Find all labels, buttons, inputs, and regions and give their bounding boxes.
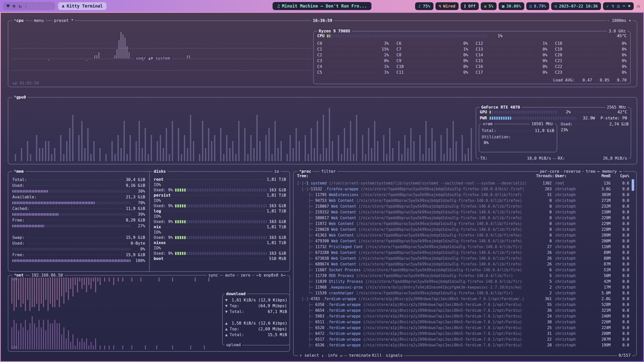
process-row[interactable]: ├─ 673288 Web Content (/nix/store/fqadd0…: [297, 250, 629, 255]
process-cpu: 0.0: [611, 233, 629, 238]
proc-select-control[interactable]: ↑ select ↓: [298, 352, 325, 358]
display-icon[interactable]: ◫: [617, 4, 620, 9]
process-cpu: 0.0: [611, 285, 629, 290]
disk-used-row: Used:9%163 GiB: [154, 187, 286, 193]
process-row[interactable]: ├─ 673038 Web Content (/nix/store/fqadd0…: [297, 255, 629, 261]
launcher-icon-1[interactable]: ♥: [7, 3, 10, 9]
process-row[interactable]: [-]─4783 .ferdium-wrappe (/nix/store/a1p…: [297, 296, 629, 302]
vram-used-pct: 23%: [561, 127, 568, 132]
process-command: ├─ 479390 Web Content (/nix/store/fqadd0…: [297, 239, 536, 243]
process-row[interactable]: ├─ 689674 Web Content (/nix/store/fqadd0…: [297, 261, 629, 267]
gpu-tx-row: TX: 10,0 MiB/s: [479, 155, 553, 161]
process-row[interactable]: ├─ 580017 Web Content (/nix/store/fqadd0…: [297, 215, 629, 221]
tree-branch: ├─: [297, 320, 315, 324]
preset-button[interactable]: preset *: [53, 18, 75, 24]
disks-io-toggle[interactable]: io: [273, 168, 280, 174]
launcher-icon-2[interactable]: ❄: [13, 3, 16, 9]
core-pct: 0%: [614, 70, 627, 75]
process-threads: 30: [536, 320, 552, 324]
process-cpu: 0.6: [611, 181, 629, 186]
process-row[interactable]: ├─ 6517 .ferdium-wrappe (/nix/store/a1pj…: [297, 336, 629, 342]
process-cmdline: (/nix/store/a1pj8hxirp2y2090nbwa7api3asi…: [363, 337, 522, 342]
proc-info-button[interactable]: info ↵: [326, 352, 344, 358]
active-window-chip[interactable]: ᴥ Kitty Terminal: [58, 2, 107, 10]
process-row[interactable]: ├─ 11972 Web Content (/nix/store/fqadd0b…: [297, 221, 629, 227]
core-name: C7: [396, 47, 408, 52]
launcher-icon-3[interactable]: ↻: [19, 3, 22, 9]
process-row[interactable]: └─ 11539 crashhelper (/nix/store/fqadd0b…: [297, 290, 629, 296]
workspace-icon-2[interactable]: ▪: [35, 4, 37, 8]
net-interface-selector[interactable]: ←b enp8s0 n→: [255, 272, 287, 278]
process-row[interactable]: ├─ 41363 Web Content (/nix/store/fqadd0b…: [297, 232, 629, 238]
status-disk-usage[interactable]: ◫8.79%: [526, 2, 549, 10]
gpu-panel: ⁵gpu0 GeForce RTX 4070 2565 MHz GPU 2% 4…: [8, 97, 637, 164]
status-clock[interactable]: ◷2025-07-22 16:36: [551, 2, 601, 10]
status-cpu-usage[interactable]: ✿5%: [481, 2, 497, 10]
process-row[interactable]: ├─ 11839 Utility Process (/nix/store/fqa…: [297, 279, 629, 284]
process-row[interactable]: [-]─11532 .firefox-wrappe (/nix/store/fq…: [297, 186, 629, 192]
process-row[interactable]: ├─ 11607 Socket Process (/nix/store/fqad…: [297, 267, 629, 273]
process-row[interactable]: ├─ 6511 .ferdium-wrappe (/nix/store/a1pj…: [297, 319, 629, 325]
disk-name: log: [154, 209, 161, 213]
process-row[interactable]: ├─ 6520 .ferdium-wrappe (/nix/store/a1pj…: [297, 325, 629, 331]
proc-signals-button[interactable]: signals: [384, 352, 404, 358]
update-interval-control[interactable]: - 1000ms +: [606, 18, 633, 24]
process-mem: 2.0G: [589, 297, 611, 301]
status-bluetooth[interactable]: ᛒOff: [461, 2, 479, 10]
process-cmdline: (/nix/store/fqadd0bprwc5yw5k99xajbdqd1dz…: [358, 204, 522, 209]
cpu-core-grid: C03%C115%C22%C30%C41%C51%C60%C71%C80%C90…: [317, 40, 627, 75]
header-mem[interactable]: MemB: [589, 174, 611, 178]
process-command: ├─ 6654 .ferdium-wrappe (/nix/store/a1pj…: [297, 308, 536, 313]
process-row[interactable]: ├─ 11968 .keepassxc-prox (/nix/store/bsl…: [297, 284, 629, 290]
status-memory-usage[interactable]: ▦30.06%: [499, 2, 524, 10]
disk-name-row: root1,81 TiB: [154, 177, 286, 182]
disk-io-label: IO%: [154, 246, 161, 250]
process-name: Socket Process: [329, 268, 363, 272]
proc-terminate-button[interactable]: terminate: [347, 352, 372, 358]
header-cpu[interactable]: Cpu%: [611, 174, 629, 178]
process-cmdline: (/nix/store/fqadd0bprwc5yw5k99xajbdqd1dz…: [365, 279, 522, 284]
process-row[interactable]: ├─ 11739 RDD Process (/nix/store/fqadd0b…: [297, 273, 629, 279]
tree-branch: ├─: [297, 274, 315, 278]
net-auto-toggle[interactable]: auto: [223, 272, 236, 278]
net-zero-toggle[interactable]: zero: [239, 272, 252, 278]
process-scrollbar[interactable]: [632, 179, 634, 191]
process-row[interactable]: ├─ 220028 Web Content (/nix/store/fqadd0…: [297, 227, 629, 232]
disk-used-size: 163 GiB: [269, 251, 286, 256]
header-threads[interactable]: Threads:: [536, 174, 552, 178]
process-row[interactable]: ├─ 6350 .ferdium-wrappe (/nix/store/a1pj…: [297, 302, 629, 307]
flag-icon[interactable]: ⚑: [628, 4, 631, 9]
proc-kill-button[interactable]: Kill: [371, 352, 383, 358]
check-icon[interactable]: ✓: [606, 4, 609, 9]
process-row[interactable]: ├─ 6536 .ferdium-wrappe (/nix/store/a1pj…: [297, 342, 629, 348]
keyboard-icon[interactable]: ⌨: [623, 4, 625, 9]
workspace-icon-3[interactable]: ▪: [40, 4, 42, 8]
workspace-icon-5[interactable]: ▪: [49, 4, 52, 8]
process-cmdline: (/nix/store/fqadd0bprwc5yw5k99xajbdqd1dz…: [358, 227, 522, 232]
cpu-core-row: C115%: [317, 46, 389, 52]
link-icon[interactable]: ↯: [612, 4, 614, 9]
process-row[interactable]: ├─ 6472 .ferdium-wrappe (/nix/store/a1pj…: [297, 331, 629, 336]
process-row[interactable]: ├─ 218067 Web Content (/nix/store/fqadd0…: [297, 203, 629, 209]
process-row[interactable]: ├─ 219152 Web Content (/nix/store/fqadd0…: [297, 209, 629, 215]
process-row[interactable]: ├─ 11732 Privileged Cont (/nix/store/fqa…: [297, 244, 629, 250]
process-row[interactable]: ├─ 479390 Web Content (/nix/store/fqadd0…: [297, 238, 629, 244]
header-tree[interactable]: Tree:: [297, 174, 536, 178]
process-row[interactable]: ├─ 94753 Web Content (/nix/store/fqadd0b…: [297, 198, 629, 203]
process-command: ├─ 11607 Socket Process (/nix/store/fqad…: [297, 268, 536, 272]
mem-meter: [12, 213, 131, 216]
menu-button[interactable]: menu: [32, 18, 45, 24]
process-row[interactable]: ├─ 5983 .ferdium-wrappe (/nix/store/a1pj…: [297, 313, 629, 319]
process-cmdline: (/nix/store/a1pj8hxirp2y2090nbwa7api3asi…: [363, 326, 522, 330]
process-row[interactable]: [-]─1 systemd (/run/current-system/syste…: [297, 180, 629, 186]
process-cmdline: (/nix/store/fqadd0bprwc5yw5k99xajbdqd1dz…: [361, 193, 522, 197]
now-playing-chip[interactable]: ♫ Minuit Machine – Don't Run Fro...: [272, 2, 371, 10]
workspace-icon-1[interactable]: ▪: [30, 4, 32, 8]
header-user[interactable]: User:: [552, 174, 589, 178]
process-row[interactable]: ├─ 11795 WebExtensions (/nix/store/fqadd…: [297, 192, 629, 198]
workspace-icon-4[interactable]: ▪: [45, 4, 47, 8]
status-network[interactable]: ↯Wired: [435, 2, 459, 10]
status-volume[interactable]: ♪75%: [415, 2, 433, 10]
process-row[interactable]: ├─ 6654 .ferdium-wrappe (/nix/store/a1pj…: [297, 307, 629, 313]
bell-icon[interactable]: ⍾: [636, 3, 641, 9]
